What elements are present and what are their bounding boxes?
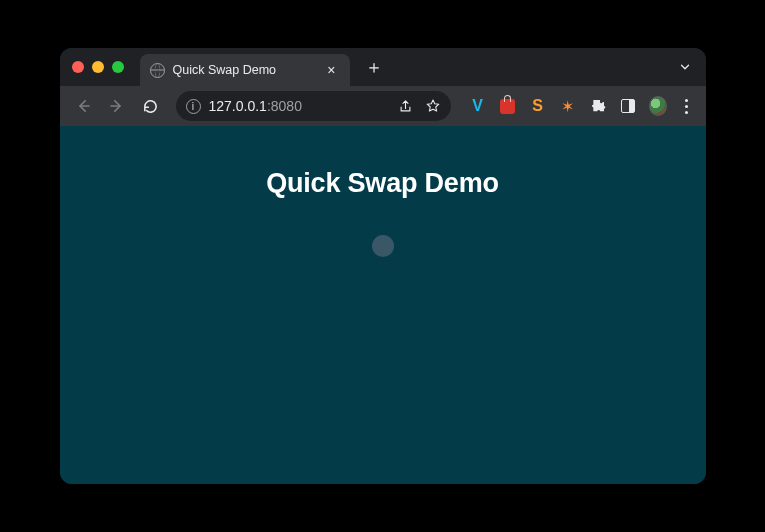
- password-extension-icon[interactable]: [499, 97, 517, 115]
- page-title: Quick Swap Demo: [266, 168, 499, 199]
- share-icon[interactable]: [398, 99, 413, 114]
- window-controls: [72, 61, 124, 73]
- avatar-icon: [649, 96, 667, 116]
- vimeo-extension-icon[interactable]: V: [469, 97, 487, 115]
- profile-avatar[interactable]: [649, 97, 667, 115]
- forward-button[interactable]: [102, 91, 132, 121]
- toolbar: i 127.0.0.1:8080 V S ✶: [60, 86, 706, 126]
- minimize-window-button[interactable]: [92, 61, 104, 73]
- panel-icon: [621, 99, 635, 113]
- omnibox-actions: [398, 98, 441, 114]
- browser-window: Quick Swap Demo × ＋ i 127.0.0.1:8080: [60, 48, 706, 484]
- tab-list-button[interactable]: [678, 60, 692, 74]
- flame-extension-icon[interactable]: S: [529, 97, 547, 115]
- arrow-left-icon: [74, 97, 92, 115]
- url-host: 127.0.0.1: [209, 98, 267, 114]
- arrow-right-icon: [108, 97, 126, 115]
- lock-icon: [500, 99, 515, 114]
- new-tab-button[interactable]: ＋: [362, 55, 386, 79]
- active-tab[interactable]: Quick Swap Demo ×: [140, 54, 350, 86]
- spark-extension-icon[interactable]: ✶: [559, 97, 577, 115]
- tab-title: Quick Swap Demo: [173, 63, 316, 77]
- globe-icon: [150, 63, 165, 78]
- page-content: Quick Swap Demo: [60, 126, 706, 484]
- close-window-button[interactable]: [72, 61, 84, 73]
- swap-indicator-dot: [372, 235, 394, 257]
- extensions-menu-button[interactable]: [589, 97, 607, 115]
- reload-button[interactable]: [136, 91, 166, 121]
- side-panel-button[interactable]: [619, 97, 637, 115]
- chevron-down-icon: [678, 60, 692, 74]
- tab-strip: Quick Swap Demo × ＋: [60, 48, 706, 86]
- address-bar[interactable]: i 127.0.0.1:8080: [176, 91, 451, 121]
- url-port: :8080: [267, 98, 302, 114]
- site-info-icon[interactable]: i: [186, 99, 201, 114]
- back-button[interactable]: [68, 91, 98, 121]
- close-tab-button[interactable]: ×: [323, 61, 339, 79]
- url-display: 127.0.0.1:8080: [209, 98, 302, 114]
- extension-icons: V S ✶: [469, 95, 694, 118]
- puzzle-icon: [590, 98, 606, 114]
- reload-icon: [142, 98, 159, 115]
- fullscreen-window-button[interactable]: [112, 61, 124, 73]
- bookmark-star-icon[interactable]: [425, 98, 441, 114]
- browser-menu-button[interactable]: [679, 95, 694, 118]
